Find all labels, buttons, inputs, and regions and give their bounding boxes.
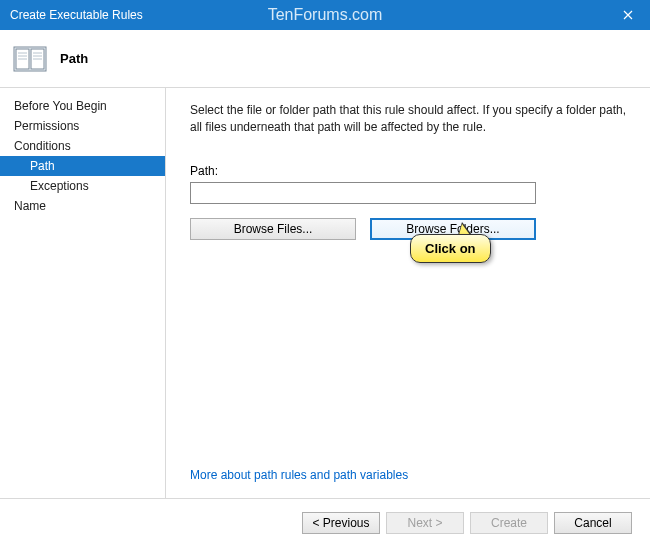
wizard-header: Path <box>0 30 650 88</box>
more-info-link[interactable]: More about path rules and path variables <box>190 468 630 482</box>
wizard-content: Select the file or folder path that this… <box>166 88 650 498</box>
watermark-text: TenForums.com <box>268 6 383 24</box>
close-icon <box>623 10 633 20</box>
close-button[interactable] <box>605 0 650 30</box>
description-text: Select the file or folder path that this… <box>190 102 630 136</box>
nav-item-before-you-begin[interactable]: Before You Begin <box>0 96 165 116</box>
wizard-footer: < Previous Next > Create Cancel <box>0 498 650 546</box>
page-title: Path <box>60 51 88 66</box>
annotation-callout: Click on <box>410 234 491 263</box>
nav-item-conditions[interactable]: Conditions <box>0 136 165 156</box>
browse-files-button[interactable]: Browse Files... <box>190 218 356 240</box>
nav-item-path[interactable]: Path <box>0 156 165 176</box>
create-button: Create <box>470 512 548 534</box>
path-label: Path: <box>190 164 630 178</box>
window-title: Create Executable Rules <box>10 8 143 22</box>
wizard-nav: Before You BeginPermissionsConditionsPat… <box>0 88 166 498</box>
nav-item-exceptions[interactable]: Exceptions <box>0 176 165 196</box>
cancel-button[interactable]: Cancel <box>554 512 632 534</box>
annotation-text: Click on <box>410 234 491 263</box>
nav-item-permissions[interactable]: Permissions <box>0 116 165 136</box>
path-input[interactable] <box>190 182 536 204</box>
book-icon <box>12 41 48 77</box>
previous-button[interactable]: < Previous <box>302 512 380 534</box>
title-bar: Create Executable Rules TenForums.com <box>0 0 650 30</box>
next-button: Next > <box>386 512 464 534</box>
nav-item-name[interactable]: Name <box>0 196 165 216</box>
